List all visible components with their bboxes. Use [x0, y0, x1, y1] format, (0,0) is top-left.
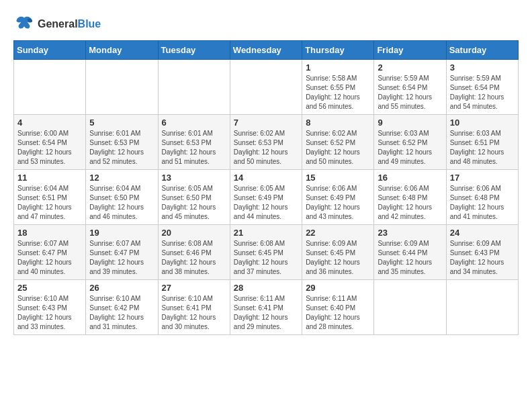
day-info: Sunrise: 6:07 AMSunset: 6:47 PMDaylight:… — [17, 239, 82, 277]
day-number: 26 — [89, 283, 154, 293]
day-info: Sunrise: 6:03 AMSunset: 6:52 PMDaylight:… — [378, 129, 442, 167]
day-info: Sunrise: 6:11 AMSunset: 6:40 PMDaylight:… — [306, 294, 370, 332]
calendar-cell — [14, 60, 86, 115]
calendar-cell — [158, 60, 230, 115]
logo-text: GeneralBlue — [38, 18, 101, 30]
day-info: Sunrise: 5:59 AMSunset: 6:54 PMDaylight:… — [378, 74, 442, 111]
calendar-cell: 19Sunrise: 6:07 AMSunset: 6:47 PMDayligh… — [86, 225, 158, 280]
weekday-header-thursday: Thursday — [302, 41, 374, 60]
day-info: Sunrise: 6:04 AMSunset: 6:50 PMDaylight:… — [89, 184, 154, 222]
weekday-header-saturday: Saturday — [446, 41, 518, 60]
day-info: Sunrise: 6:10 AMSunset: 6:41 PMDaylight:… — [162, 294, 226, 332]
day-number: 7 — [234, 118, 298, 128]
calendar-cell: 7Sunrise: 6:02 AMSunset: 6:53 PMDaylight… — [230, 115, 302, 170]
day-number: 27 — [162, 283, 226, 293]
calendar-cell: 18Sunrise: 6:07 AMSunset: 6:47 PMDayligh… — [14, 225, 86, 280]
calendar-cell: 5Sunrise: 6:01 AMSunset: 6:53 PMDaylight… — [86, 115, 158, 170]
day-info: Sunrise: 6:11 AMSunset: 6:41 PMDaylight:… — [234, 294, 298, 332]
logo: GeneralBlue — [13, 13, 101, 35]
calendar-cell — [374, 280, 446, 335]
calendar-cell — [86, 60, 158, 115]
day-number: 17 — [450, 173, 515, 183]
day-number: 15 — [306, 173, 370, 183]
day-number: 21 — [234, 228, 298, 238]
day-number: 23 — [378, 228, 442, 238]
day-number: 14 — [234, 173, 298, 183]
day-number: 20 — [162, 228, 226, 238]
calendar-week-row: 4Sunrise: 6:00 AMSunset: 6:54 PMDaylight… — [14, 115, 519, 170]
day-info: Sunrise: 6:02 AMSunset: 6:53 PMDaylight:… — [234, 129, 298, 167]
day-number: 25 — [17, 283, 82, 293]
day-number: 10 — [450, 118, 515, 128]
day-info: Sunrise: 6:07 AMSunset: 6:47 PMDaylight:… — [89, 239, 154, 277]
calendar-cell: 14Sunrise: 6:05 AMSunset: 6:49 PMDayligh… — [230, 170, 302, 225]
day-info: Sunrise: 5:59 AMSunset: 6:54 PMDaylight:… — [450, 74, 515, 111]
day-number: 28 — [234, 283, 298, 293]
day-info: Sunrise: 6:03 AMSunset: 6:51 PMDaylight:… — [450, 129, 515, 167]
day-number: 1 — [306, 62, 370, 73]
calendar-week-row: 25Sunrise: 6:10 AMSunset: 6:43 PMDayligh… — [14, 280, 519, 335]
day-number: 18 — [17, 228, 82, 238]
calendar-cell: 4Sunrise: 6:00 AMSunset: 6:54 PMDaylight… — [14, 115, 86, 170]
weekday-header-friday: Friday — [374, 41, 446, 60]
calendar-cell: 27Sunrise: 6:10 AMSunset: 6:41 PMDayligh… — [158, 280, 230, 335]
day-info: Sunrise: 6:06 AMSunset: 6:48 PMDaylight:… — [450, 184, 515, 222]
day-info: Sunrise: 6:06 AMSunset: 6:48 PMDaylight:… — [378, 184, 442, 222]
day-info: Sunrise: 6:05 AMSunset: 6:50 PMDaylight:… — [162, 184, 226, 222]
weekday-header-tuesday: Tuesday — [158, 41, 230, 60]
weekday-header-row: SundayMondayTuesdayWednesdayThursdayFrid… — [14, 41, 519, 60]
page-header: GeneralBlue — [13, 13, 519, 35]
calendar-cell: 20Sunrise: 6:08 AMSunset: 6:46 PMDayligh… — [158, 225, 230, 280]
logo-bird-icon — [13, 13, 35, 35]
day-number: 13 — [162, 173, 226, 183]
weekday-header-sunday: Sunday — [14, 41, 86, 60]
day-info: Sunrise: 6:05 AMSunset: 6:49 PMDaylight:… — [234, 184, 298, 222]
day-number: 2 — [378, 62, 442, 73]
calendar-cell: 25Sunrise: 6:10 AMSunset: 6:43 PMDayligh… — [14, 280, 86, 335]
day-info: Sunrise: 6:09 AMSunset: 6:44 PMDaylight:… — [378, 239, 442, 277]
calendar-week-row: 18Sunrise: 6:07 AMSunset: 6:47 PMDayligh… — [14, 225, 519, 280]
day-info: Sunrise: 5:58 AMSunset: 6:55 PMDaylight:… — [306, 74, 370, 111]
calendar-cell: 13Sunrise: 6:05 AMSunset: 6:50 PMDayligh… — [158, 170, 230, 225]
day-info: Sunrise: 6:09 AMSunset: 6:43 PMDaylight:… — [450, 239, 515, 277]
calendar-cell: 9Sunrise: 6:03 AMSunset: 6:52 PMDaylight… — [374, 115, 446, 170]
calendar-cell: 29Sunrise: 6:11 AMSunset: 6:40 PMDayligh… — [302, 280, 374, 335]
day-number: 29 — [306, 283, 370, 293]
calendar-cell: 10Sunrise: 6:03 AMSunset: 6:51 PMDayligh… — [446, 115, 518, 170]
calendar-cell: 23Sunrise: 6:09 AMSunset: 6:44 PMDayligh… — [374, 225, 446, 280]
calendar-cell: 8Sunrise: 6:02 AMSunset: 6:52 PMDaylight… — [302, 115, 374, 170]
calendar-cell: 1Sunrise: 5:58 AMSunset: 6:55 PMDaylight… — [302, 60, 374, 115]
calendar-cell — [446, 280, 518, 335]
calendar-cell: 3Sunrise: 5:59 AMSunset: 6:54 PMDaylight… — [446, 60, 518, 115]
day-info: Sunrise: 6:06 AMSunset: 6:49 PMDaylight:… — [306, 184, 370, 222]
day-number: 11 — [17, 173, 82, 183]
weekday-header-monday: Monday — [86, 41, 158, 60]
day-number: 4 — [17, 118, 82, 128]
day-number: 22 — [306, 228, 370, 238]
day-info: Sunrise: 6:00 AMSunset: 6:54 PMDaylight:… — [17, 129, 82, 167]
calendar-cell: 6Sunrise: 6:01 AMSunset: 6:53 PMDaylight… — [158, 115, 230, 170]
day-info: Sunrise: 6:01 AMSunset: 6:53 PMDaylight:… — [89, 129, 154, 167]
day-info: Sunrise: 6:09 AMSunset: 6:45 PMDaylight:… — [306, 239, 370, 277]
calendar-cell: 2Sunrise: 5:59 AMSunset: 6:54 PMDaylight… — [374, 60, 446, 115]
day-info: Sunrise: 6:10 AMSunset: 6:43 PMDaylight:… — [17, 294, 82, 332]
day-number: 6 — [162, 118, 226, 128]
calendar-cell: 12Sunrise: 6:04 AMSunset: 6:50 PMDayligh… — [86, 170, 158, 225]
calendar-week-row: 1Sunrise: 5:58 AMSunset: 6:55 PMDaylight… — [14, 60, 519, 115]
calendar-cell: 21Sunrise: 6:08 AMSunset: 6:45 PMDayligh… — [230, 225, 302, 280]
day-number: 3 — [450, 62, 515, 73]
calendar-cell: 16Sunrise: 6:06 AMSunset: 6:48 PMDayligh… — [374, 170, 446, 225]
day-info: Sunrise: 6:08 AMSunset: 6:46 PMDaylight:… — [162, 239, 226, 277]
calendar-cell: 24Sunrise: 6:09 AMSunset: 6:43 PMDayligh… — [446, 225, 518, 280]
day-info: Sunrise: 6:08 AMSunset: 6:45 PMDaylight:… — [234, 239, 298, 277]
calendar-cell: 15Sunrise: 6:06 AMSunset: 6:49 PMDayligh… — [302, 170, 374, 225]
day-number: 12 — [89, 173, 154, 183]
day-number: 5 — [89, 118, 154, 128]
day-info: Sunrise: 6:10 AMSunset: 6:42 PMDaylight:… — [89, 294, 154, 332]
calendar-table: SundayMondayTuesdayWednesdayThursdayFrid… — [13, 40, 519, 335]
calendar-cell: 22Sunrise: 6:09 AMSunset: 6:45 PMDayligh… — [302, 225, 374, 280]
calendar-cell: 26Sunrise: 6:10 AMSunset: 6:42 PMDayligh… — [86, 280, 158, 335]
calendar-cell: 17Sunrise: 6:06 AMSunset: 6:48 PMDayligh… — [446, 170, 518, 225]
calendar-cell: 11Sunrise: 6:04 AMSunset: 6:51 PMDayligh… — [14, 170, 86, 225]
calendar-cell — [230, 60, 302, 115]
